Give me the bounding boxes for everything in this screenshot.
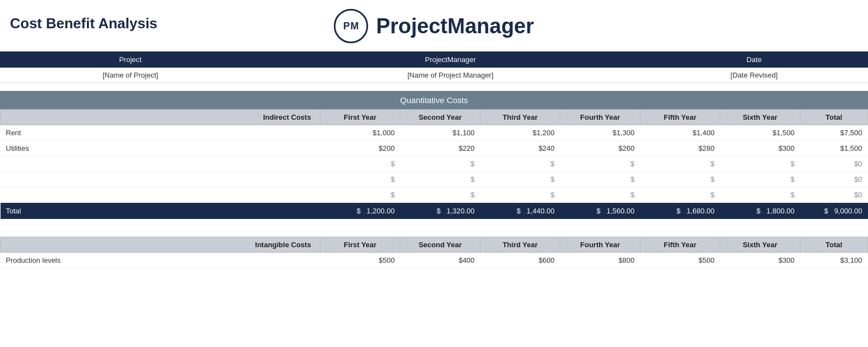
row-value: $1,500 [800, 141, 867, 156]
intangible-col-fourth-year: Fourth Year [560, 237, 640, 253]
intangible-col-first-year: First Year [320, 237, 400, 253]
row-value: $ [560, 172, 640, 187]
table-row: $$$$$$$0 [1, 187, 868, 203]
row-value: $ [720, 172, 800, 187]
row-value: $1,300 [560, 125, 640, 141]
col-total: Total [800, 110, 867, 125]
row-value: $280 [640, 141, 720, 156]
intangible-col-fifth-year: Fifth Year [640, 237, 720, 253]
row-value: $0 [800, 187, 867, 203]
row-value: $3,100 [800, 253, 867, 268]
row-value: $ [640, 156, 720, 172]
intangible-col-sixth-year: Sixth Year [720, 237, 800, 253]
row-value: $1,000 [320, 125, 400, 141]
total-value: $ 1,680.00 [640, 203, 720, 220]
row-value: $ [320, 187, 400, 203]
row-value: $1,100 [400, 125, 480, 141]
row-value: $220 [400, 141, 480, 156]
row-value: $600 [480, 253, 560, 268]
row-value: $ [400, 156, 480, 172]
row-value: $ [640, 172, 720, 187]
row-value: $500 [320, 253, 400, 268]
page-title: Cost Benefit Analysis [10, 15, 157, 32]
intangible-col-total: Total [800, 237, 867, 253]
logo-brand: ProjectManager [376, 14, 534, 38]
row-value: $800 [560, 253, 640, 268]
row-value: $ [480, 172, 560, 187]
row-value: $ [480, 156, 560, 172]
row-value: $300 [720, 141, 800, 156]
col-fifth-year: Fifth Year [640, 110, 720, 125]
row-label [1, 156, 321, 172]
col-sixth-year: Sixth Year [720, 110, 800, 125]
info-header-date: Date [640, 52, 868, 68]
info-value-date: [Date Revised] [640, 68, 868, 83]
total-row: Total$ 1,200.00$ 1,320.00$ 1,440.00$ 1,5… [1, 203, 868, 220]
info-bar: Project ProjectManager Date [Name of Pro… [0, 51, 868, 83]
row-value: $ [720, 156, 800, 172]
row-label: Utilities [1, 141, 321, 156]
total-value: $ 1,440.00 [480, 203, 560, 220]
total-value: $ 1,200.00 [320, 203, 400, 220]
row-value: $400 [400, 253, 480, 268]
row-label: Rent [1, 125, 321, 141]
row-value: $1,400 [640, 125, 720, 141]
row-value: $300 [720, 253, 800, 268]
info-header-project: Project [0, 52, 261, 68]
indirect-costs-header: Indirect Costs [1, 110, 321, 125]
row-value: $ [720, 187, 800, 203]
row-value: $ [400, 187, 480, 203]
total-label: Total [1, 203, 321, 220]
row-value: $200 [320, 141, 400, 156]
row-value: $260 [560, 141, 640, 156]
info-value-project: [Name of Project] [0, 68, 261, 83]
row-value: $ [560, 187, 640, 203]
row-value: $ [320, 172, 400, 187]
logo-circle: PM [334, 9, 368, 43]
col-fourth-year: Fourth Year [560, 110, 640, 125]
col-first-year: First Year [320, 110, 400, 125]
info-header-pm: ProjectManager [261, 52, 640, 68]
row-value: $1,200 [480, 125, 560, 141]
info-value-pm: [Name of Project Manager] [261, 68, 640, 83]
intangible-costs-header: Intangible Costs [1, 237, 321, 253]
total-value: $ 9,000.00 [800, 203, 867, 220]
total-value: $ 1,800.00 [720, 203, 800, 220]
table-row: $$$$$$$0 [1, 156, 868, 172]
row-value: $ [560, 156, 640, 172]
quantitative-costs-title: Quantitative Costs [0, 91, 868, 109]
table-row: Utilities$200$220$240$260$280$300$1,500 [1, 141, 868, 156]
row-value: $1,500 [720, 125, 800, 141]
intangible-costs-section: Intangible Costs First Year Second Year … [0, 237, 868, 268]
intangible-costs-table: Intangible Costs First Year Second Year … [0, 237, 868, 268]
quantitative-costs-section: Quantitative Costs Indirect Costs First … [0, 91, 868, 219]
row-value: $0 [800, 156, 867, 172]
header: Cost Benefit Analysis PM ProjectManager [0, 0, 868, 48]
row-value: $ [480, 187, 560, 203]
row-value: $7,500 [800, 125, 867, 141]
row-value: $ [640, 187, 720, 203]
intangible-col-second-year: Second Year [400, 237, 480, 253]
row-label: Production levels [1, 253, 321, 268]
col-third-year: Third Year [480, 110, 560, 125]
row-value: $ [400, 172, 480, 187]
indirect-costs-table: Indirect Costs First Year Second Year Th… [0, 109, 868, 219]
row-value: $ [320, 156, 400, 172]
table-row: $$$$$$$0 [1, 172, 868, 187]
row-value: $240 [480, 141, 560, 156]
logo-container: PM ProjectManager [334, 9, 534, 43]
row-label [1, 187, 321, 203]
row-value: $500 [640, 253, 720, 268]
col-second-year: Second Year [400, 110, 480, 125]
row-value: $0 [800, 172, 867, 187]
total-value: $ 1,320.00 [400, 203, 480, 220]
page: Cost Benefit Analysis PM ProjectManager … [0, 0, 868, 347]
intangible-col-third-year: Third Year [480, 237, 560, 253]
table-row: Rent$1,000$1,100$1,200$1,300$1,400$1,500… [1, 125, 868, 141]
total-value: $ 1,560.00 [560, 203, 640, 220]
row-label [1, 172, 321, 187]
table-row: Production levels$500$400$600$800$500$30… [1, 253, 868, 268]
